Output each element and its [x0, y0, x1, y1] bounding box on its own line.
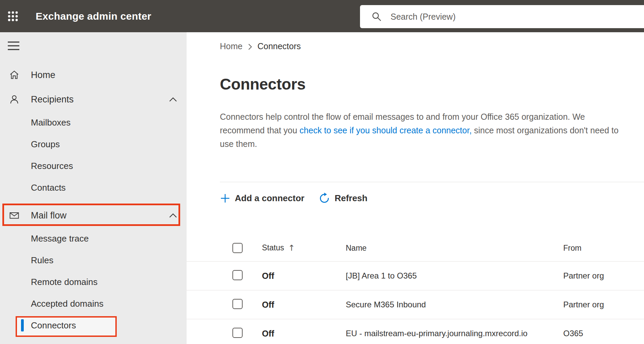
top-app-bar: Exchange admin center: [0, 0, 644, 32]
refresh-label: Refresh: [335, 193, 367, 204]
mail-icon: [9, 210, 19, 221]
chevron-right-icon: [248, 42, 252, 50]
row-from: Partner org: [563, 271, 604, 281]
row-checkbox[interactable]: [232, 299, 243, 309]
sidebar-item-contacts[interactable]: Contacts: [0, 177, 187, 198]
column-header-status[interactable]: Status ↑: [262, 243, 295, 253]
sidebar-item-rules[interactable]: Rules: [0, 249, 187, 271]
table-row[interactable]: Off [JB] Area 1 to O365 Partner org: [187, 262, 644, 290]
sidebar-item-remote-domains[interactable]: Remote domains: [0, 271, 187, 293]
sidebar-item-resources[interactable]: Resources: [0, 155, 187, 177]
row-checkbox[interactable]: [232, 328, 243, 338]
chevron-up-icon: [169, 97, 177, 102]
sidebar-item-message-trace[interactable]: Message trace: [0, 228, 187, 249]
add-connector-button[interactable]: Add a connector: [220, 193, 304, 204]
row-checkbox[interactable]: [232, 270, 243, 280]
row-status: Off: [262, 300, 274, 310]
chevron-up-icon: [169, 213, 177, 218]
sidebar-item-recipients[interactable]: Recipients: [0, 87, 187, 112]
sidebar-item-groups[interactable]: Groups: [0, 133, 187, 155]
search-icon: [371, 11, 382, 22]
table-row[interactable]: Off EU - mailstream-eu-primary.journalin…: [187, 319, 644, 344]
refresh-icon: [319, 192, 330, 204]
page-title: Connectors: [220, 75, 644, 93]
select-all-checkbox[interactable]: [232, 243, 243, 253]
row-status: Off: [262, 329, 274, 339]
sidebar-item-label: Home: [31, 70, 55, 80]
breadcrumb-current: Connectors: [258, 41, 301, 51]
refresh-button[interactable]: Refresh: [319, 192, 367, 204]
breadcrumb: Home Connectors: [220, 41, 644, 52]
hamburger-menu-icon[interactable]: [8, 41, 19, 50]
row-status: Off: [262, 271, 274, 281]
toolbar-divider: [220, 182, 644, 182]
command-bar: Add a connector Refresh: [220, 190, 644, 206]
table-row[interactable]: Off Secure M365 Inbound Partner org: [187, 290, 644, 319]
sidebar-item-label: Recipients: [31, 94, 74, 105]
sidebar-item-home[interactable]: Home: [0, 63, 187, 87]
column-header-name[interactable]: Name: [346, 243, 366, 252]
search-input[interactable]: [391, 12, 594, 22]
row-from: O365: [563, 329, 583, 338]
row-name: Secure M365 Inbound: [346, 300, 426, 309]
home-icon: [9, 70, 19, 80]
sidebar-item-mailboxes[interactable]: Mailboxes: [0, 112, 187, 133]
left-navigation: Home Recipients Mailboxes Groups Reso: [0, 32, 187, 344]
page-description: Connectors help control the flow of emai…: [220, 110, 632, 151]
main-content: Home Connectors Connectors Connectors he…: [187, 32, 644, 344]
sidebar-item-label: Mail flow: [31, 210, 67, 221]
app-launcher-icon[interactable]: [0, 0, 26, 32]
row-name: [JB] Area 1 to O365: [346, 271, 417, 281]
sidebar-item-mail-flow[interactable]: Mail flow: [0, 203, 187, 228]
nav-spacer: [0, 198, 187, 203]
breadcrumb-home-link[interactable]: Home: [220, 41, 243, 51]
sidebar-item-accepted-domains[interactable]: Accepted domains: [0, 293, 187, 314]
plus-icon: [220, 193, 230, 204]
row-from: Partner org: [563, 300, 604, 309]
sidebar-item-connectors[interactable]: Connectors: [0, 314, 187, 336]
column-header-from[interactable]: From: [563, 243, 582, 252]
table-header-row: Status ↑ Name From: [187, 234, 644, 262]
create-connector-check-link[interactable]: check to see if you should create a conn…: [300, 126, 472, 135]
row-name: EU - mailstream-eu-primary.journaling.mx…: [346, 329, 528, 338]
add-connector-label: Add a connector: [235, 193, 304, 204]
connectors-table: Status ↑ Name From Off [JB] Area 1 to O3…: [187, 234, 644, 344]
waffle-grid-icon: [7, 11, 19, 22]
selected-indicator-bar: [21, 319, 24, 331]
app-title: Exchange admin center: [36, 11, 151, 22]
sort-ascending-icon: ↑: [288, 243, 295, 253]
person-icon: [9, 94, 19, 104]
global-search[interactable]: [360, 5, 644, 28]
